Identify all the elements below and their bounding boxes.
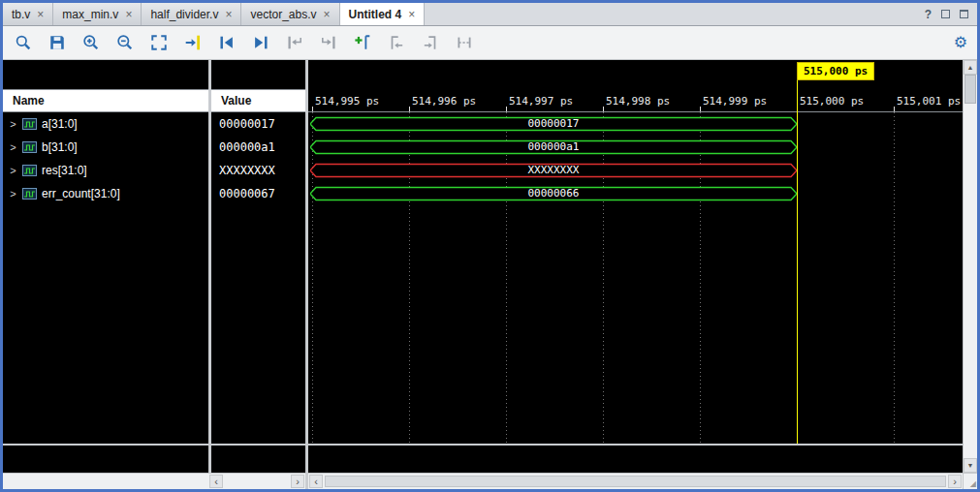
previous-transition-icon[interactable]	[216, 32, 237, 53]
signal-value: 00000017	[211, 117, 275, 131]
tab-label: Untitled 4	[349, 8, 402, 21]
vscroll-thumb[interactable]	[964, 75, 976, 104]
previous-edge-icon[interactable]	[386, 32, 407, 53]
tab-half-divider-v[interactable]: half_divider.v×	[142, 3, 241, 25]
ruler-tick-label: 515,000 ps	[800, 95, 864, 108]
vertical-scrollbar[interactable]: ▲ ▼ ◢	[963, 60, 977, 489]
previous-marker-icon[interactable]	[284, 32, 305, 53]
tab-close-icon[interactable]: ×	[408, 8, 415, 21]
window-controls: ?	[925, 3, 977, 25]
wave-row[interactable]: 00000017	[308, 112, 963, 136]
tab-vector-abs-v[interactable]: vector_abs.v×	[241, 3, 339, 25]
tab-label: max_min.v	[62, 8, 118, 21]
resize-grip-icon: ◢	[964, 473, 977, 489]
tab-close-icon[interactable]: ×	[37, 8, 44, 21]
wave-hscrollbar[interactable]: ‹ ›	[308, 473, 963, 489]
scroll-up-icon[interactable]: ▲	[964, 60, 977, 75]
time-ruler[interactable]: 514,995 ps514,996 ps514,997 ps514,998 ps…	[308, 89, 963, 112]
expand-chevron-icon[interactable]: >	[9, 141, 17, 153]
signal-name-cell[interactable]: >err_count[31:0]	[3, 187, 211, 200]
signal-row[interactable]: >err_count[31:0]00000067	[3, 182, 305, 205]
signal-row[interactable]: >res[31:0]XXXXXXXX	[3, 159, 305, 182]
panel-hscrollbar[interactable]: ‹ ›	[3, 473, 305, 489]
bus-signal-icon	[22, 165, 37, 176]
search-icon[interactable]	[13, 32, 34, 53]
next-edge-icon[interactable]	[420, 32, 441, 53]
next-transition-icon[interactable]	[250, 32, 271, 53]
scroll-left-icon[interactable]: ‹	[309, 475, 323, 488]
ruler-tick	[312, 107, 313, 111]
expand-chevron-icon[interactable]: >	[9, 118, 17, 130]
tab-label: half_divider.v	[150, 8, 218, 21]
zoom-to-cursor-icon[interactable]	[182, 32, 204, 53]
zoom-out-icon[interactable]	[114, 32, 136, 53]
wave-row[interactable]: 00000066	[308, 182, 963, 205]
signal-name-cell[interactable]: >res[31:0]	[3, 164, 211, 177]
zoom-fit-icon[interactable]	[148, 32, 170, 53]
ruler-tick	[700, 107, 701, 111]
ruler-tick-label: 514,997 ps	[509, 95, 573, 108]
ruler-tick	[894, 107, 895, 111]
tab-close-icon[interactable]: ×	[324, 8, 331, 21]
name-column-header[interactable]: Name	[3, 94, 211, 108]
signal-name-cell[interactable]: >b[31:0]	[3, 140, 211, 154]
bus-value-label: 000000a1	[310, 139, 797, 155]
zoom-in-icon[interactable]	[80, 32, 102, 53]
vscroll-track[interactable]	[964, 104, 977, 458]
wave-cursor-line[interactable]	[797, 78, 798, 444]
tab-strip: tb.v×max_min.v×half_divider.v×vector_abs…	[3, 3, 425, 25]
save-icon[interactable]	[47, 32, 68, 53]
expand-chevron-icon[interactable]: >	[9, 165, 17, 176]
toolbar: ⚙	[3, 26, 977, 60]
signal-row[interactable]: >b[31:0]000000a1	[3, 136, 305, 159]
next-marker-icon[interactable]	[318, 32, 339, 53]
signal-value: 000000a1	[211, 140, 275, 154]
value-column-header[interactable]: Value	[211, 94, 251, 108]
add-marker-icon[interactable]	[352, 32, 373, 53]
ruler-tick-label: 514,999 ps	[703, 95, 767, 108]
ruler-tick	[409, 107, 410, 111]
wave-row[interactable]: 000000a1	[308, 136, 963, 159]
bus-value-label: XXXXXXXX	[310, 163, 797, 178]
tab-close-icon[interactable]: ×	[125, 8, 132, 21]
wave-top-strip: 515,000 ps	[308, 60, 963, 89]
tab-label: vector_abs.v	[250, 8, 316, 21]
help-icon[interactable]: ?	[925, 8, 932, 21]
scroll-right-icon[interactable]: ›	[291, 475, 304, 488]
maximize-icon[interactable]	[960, 10, 968, 18]
ruler-tick-label: 514,995 ps	[315, 95, 379, 108]
bus-value-label: 00000066	[310, 186, 797, 201]
signal-panel: Name Value >a[31:0]00000017>b[31:0]00000…	[3, 60, 305, 489]
cursor-time-label[interactable]: 515,000 ps	[797, 62, 874, 80]
signal-name-cell[interactable]: >a[31:0]	[3, 117, 211, 131]
wave-row[interactable]: XXXXXXXX	[308, 159, 963, 182]
tab-untitled-4[interactable]: Untitled 4×	[340, 3, 426, 25]
panel-header: Name Value	[3, 89, 305, 112]
ruler-tick-label: 514,998 ps	[606, 95, 670, 108]
scroll-down-icon[interactable]: ▼	[964, 458, 977, 473]
bus-signal-icon	[22, 118, 37, 130]
float-window-icon[interactable]	[941, 10, 950, 18]
expand-chevron-icon[interactable]: >	[9, 188, 17, 200]
measure-icon[interactable]	[454, 32, 475, 53]
signal-value: 00000067	[211, 187, 275, 200]
ruler-tick-label: 515,001 ps	[897, 95, 961, 108]
signal-list: >a[31:0]00000017>b[31:0]000000a1>res[31:…	[3, 112, 305, 444]
name-value-splitter[interactable]	[208, 60, 211, 473]
tab-max-min-v[interactable]: max_min.v×	[53, 3, 142, 25]
tab-bar: tb.v×max_min.v×half_divider.v×vector_abs…	[3, 3, 977, 26]
settings-gear-icon[interactable]: ⚙	[954, 35, 967, 50]
tab-close-icon[interactable]: ×	[225, 8, 232, 21]
tab-tb-v[interactable]: tb.v×	[3, 3, 53, 25]
signal-name: a[31:0]	[42, 117, 78, 131]
hscroll-thumb[interactable]	[325, 476, 946, 487]
scroll-left-icon[interactable]: ‹	[209, 475, 223, 488]
signal-value: XXXXXXXX	[211, 164, 275, 177]
wave-canvas[interactable]: 00000017000000a1XXXXXXXX00000066	[308, 112, 963, 444]
signal-name: err_count[31:0]	[42, 187, 120, 200]
waveform-window: tb.v×max_min.v×half_divider.v×vector_abs…	[0, 0, 980, 492]
panel-top-spacer	[3, 60, 305, 89]
signal-row[interactable]: >a[31:0]00000017	[3, 112, 305, 136]
bus-value-label: 00000017	[310, 116, 797, 132]
scroll-right-icon[interactable]: ›	[948, 475, 962, 488]
